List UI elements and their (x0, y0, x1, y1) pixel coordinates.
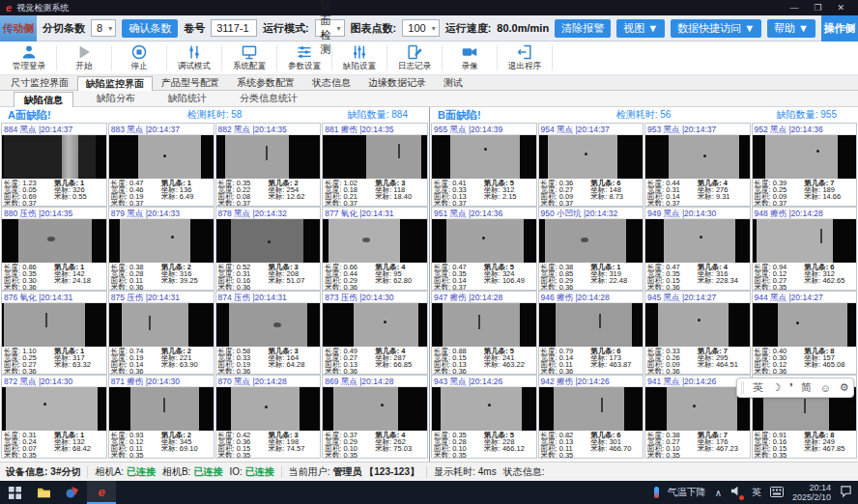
maximize-button[interactable]: ❐ (814, 3, 821, 13)
start-button[interactable] (0, 481, 29, 504)
defect-cell[interactable]: 879 黑点 |20:14:33 长度: 0.38宽度: 0.28面积: 0.1… (108, 207, 214, 291)
defect-cell[interactable]: 941 黑点 |20:14:26 长度: 0.38宽度: 0.27面积: 0.1… (644, 375, 751, 459)
subtab-defect-distribution[interactable]: 缺陷分布 (87, 91, 145, 106)
defect-thumbnail-image[interactable] (432, 387, 536, 431)
defect-thumbnail-image[interactable] (753, 303, 857, 347)
chart-points-select[interactable]: 100▾ (402, 19, 439, 37)
thermometer-icon[interactable] (654, 487, 659, 498)
debug-mode-button[interactable]: 调试模式 (169, 42, 219, 74)
defect-thumbnail-image[interactable] (323, 135, 427, 179)
view-menu-button[interactable]: 视图 ▼ (616, 19, 665, 38)
defect-thumbnail-image[interactable] (432, 219, 536, 263)
log-record-button[interactable]: 日志记录 (389, 42, 440, 74)
defect-cell[interactable]: 950 小凹坑 |20:14:32 长度: 0.38宽度: 0.85面积: 0.… (538, 207, 644, 291)
defect-thumbnail-image[interactable] (2, 387, 106, 431)
defect-cell[interactable]: 943 黑点 |20:14:26 长度: 0.35宽度: 0.28面积: 0.1… (431, 375, 537, 459)
defect-thumbnail-image[interactable] (2, 219, 106, 263)
defect-thumbnail-image[interactable] (539, 387, 644, 431)
active-app-button[interactable]: e (87, 481, 116, 504)
defect-cell[interactable]: 944 黑点 |20:14:27 长度: 0.40宽度: 0.30面积: 0.1… (752, 291, 858, 375)
tab-edge-data-record[interactable]: 边缘数据记录 (359, 75, 435, 90)
defect-thumbnail-image[interactable] (216, 387, 321, 431)
defect-cell[interactable]: 870 黑点 |20:14:28 长度: 0.42宽度: 0.36面积: 0.1… (215, 375, 322, 459)
defect-cell[interactable]: 883 黑点 |20:14:37 长度: 0.47宽度: 0.46面积: 0.1… (108, 123, 214, 207)
defect-cell[interactable]: 942 擦伤 |20:14:26 长度: 0.82宽度: 0.13面积: 0.1… (538, 375, 644, 459)
moon-icon[interactable]: ☽ (772, 381, 782, 394)
defect-thumbnail-image[interactable] (645, 219, 750, 263)
defect-settings-button[interactable]: 缺陷设置 (334, 42, 385, 74)
defect-thumbnail-image[interactable] (323, 387, 427, 431)
subtab-defect-statistics[interactable]: 缺陷统计 (158, 91, 216, 106)
defect-thumbnail-image[interactable] (109, 303, 214, 347)
defect-thumbnail-image[interactable] (645, 303, 750, 347)
gear-icon[interactable]: ⚙ (840, 381, 849, 394)
confirm-count-button[interactable]: 确认条数 (122, 19, 178, 38)
defect-cell[interactable]: 947 擦伤 |20:14:28 长度: 0.88宽度: 0.15面积: 0.1… (431, 291, 537, 375)
defect-cell[interactable]: 877 氧化 |20:14:31 长度: 0.66宽度: 0.44面积: 0.2… (322, 207, 428, 291)
clear-alarm-button[interactable]: 清除报警 (555, 19, 611, 38)
system-config-button[interactable]: 系统配置 (224, 42, 274, 74)
weather-text[interactable]: 气温下降 (668, 486, 706, 499)
tab-product-model-config[interactable]: 产品型号配置 (153, 75, 228, 90)
defect-cell[interactable]: 874 压伤 |20:14:31 长度: 0.58宽度: 0.33面积: 0.1… (215, 291, 322, 375)
admin-login-button[interactable]: 管理登录 (4, 42, 54, 74)
data-quick-access-menu-button[interactable]: 数据快捷访问 ▼ (671, 19, 761, 38)
defect-thumbnail-image[interactable] (109, 135, 214, 179)
subtab-class-info-statistics[interactable]: 分类信息统计 (230, 91, 307, 106)
defect-thumbnail-image[interactable] (2, 135, 106, 179)
defect-cell[interactable]: 882 黑点 |20:14:35 长度: 0.35宽度: 0.22面积: 0.0… (215, 123, 322, 207)
defect-thumbnail-image[interactable] (2, 303, 106, 347)
start-button[interactable]: 开始 (59, 42, 109, 74)
emoji-icon[interactable]: ☺ (820, 382, 831, 394)
ime-simplified-toggle[interactable]: 简 (801, 380, 812, 395)
taskbar-clock[interactable]: 20:14 2025/2/10 (792, 483, 831, 502)
defect-thumbnail-image[interactable] (539, 303, 644, 347)
defect-cell[interactable]: 945 黑点 |20:14:27 长度: 0.33宽度: 0.26面积: 0.0… (644, 291, 751, 375)
defect-cell[interactable]: 876 氧化 |20:14:31 长度: 1.10宽度: 0.25面积: 0.2… (1, 291, 107, 375)
defect-thumbnail-image[interactable] (539, 135, 644, 179)
ime-toolbar[interactable]: 英 ☽ ❜ 简 ☺ ⚙ (736, 378, 854, 398)
help-menu-button[interactable]: 帮助 ▼ (767, 19, 815, 38)
ime-drag-handle[interactable] (741, 381, 744, 394)
ime-language-indicator[interactable]: 英 (752, 486, 761, 499)
tray-expand-arrow[interactable]: ∧ (715, 488, 722, 498)
defect-thumbnail-image[interactable] (432, 303, 536, 347)
defect-thumbnail-image[interactable] (432, 135, 536, 179)
tab-status-info[interactable]: 状态信息 (303, 75, 359, 90)
defect-cell[interactable]: 949 黑点 |20:14:30 长度: 0.47宽度: 0.35面积: 0.1… (644, 207, 751, 291)
roll-number-input[interactable]: 3117-1 (211, 19, 257, 37)
defect-cell[interactable]: 951 黑点 |20:14:36 长度: 0.47宽度: 0.35面积: 0.1… (431, 207, 537, 291)
defect-thumbnail-image[interactable] (645, 387, 750, 431)
slit-count-select[interactable]: 8▾ (91, 19, 116, 37)
defect-thumbnail-image[interactable] (109, 219, 214, 263)
ime-english-toggle[interactable]: 英 (753, 380, 763, 395)
pinned-app-button[interactable] (58, 481, 87, 504)
tab-size-monitor[interactable]: 尺寸监控界面 (2, 75, 77, 90)
close-button[interactable]: ✕ (837, 3, 844, 13)
drive-side-tab[interactable]: 传动侧 (0, 15, 37, 42)
stop-button[interactable]: 停止 (114, 42, 164, 74)
defect-thumbnail-image[interactable] (753, 135, 857, 179)
speaker-icon[interactable] (730, 484, 743, 501)
tab-test[interactable]: 测试 (435, 75, 472, 90)
defect-cell[interactable]: 952 黑点 |20:14:36 长度: 0.39宽度: 0.25面积: 0.0… (752, 123, 858, 207)
ime-punctuation-toggle[interactable]: ❜ (789, 381, 793, 394)
operate-side-tab[interactable]: 操作侧 (821, 15, 858, 42)
defect-cell[interactable]: 955 黑点 |20:14:39 长度: 0.41宽度: 0.33面积: 0.1… (431, 123, 537, 207)
defect-thumbnail-image[interactable] (216, 303, 321, 347)
file-explorer-button[interactable] (29, 481, 58, 504)
defect-cell[interactable]: 881 擦伤 |20:14:35 长度: 1.02宽度: 0.18面积: 0.2… (322, 123, 428, 207)
tab-defect-monitor[interactable]: 缺陷监控界面 (77, 76, 153, 91)
defect-thumbnail-image[interactable] (216, 219, 321, 263)
defect-thumbnail-image[interactable] (753, 219, 857, 263)
subtab-defect-info[interactable]: 缺陷信息 (14, 92, 73, 107)
exit-program-button[interactable]: 退出程序 (500, 42, 550, 74)
defect-cell[interactable]: 884 黑点 |20:14:37 长度: 1.23宽度: 0.05面积: 0.6… (1, 123, 107, 207)
defect-thumbnail-image[interactable] (539, 219, 644, 263)
defect-cell[interactable]: 869 黑点 |20:14:28 长度: 0.37宽度: 0.29面积: 0.1… (322, 375, 428, 459)
parameter-settings-button[interactable]: 参数设置 (279, 42, 329, 74)
defect-thumbnail-image[interactable] (645, 135, 750, 179)
defect-cell[interactable]: 880 压伤 |20:14:35 长度: 0.86宽度: 0.35面积: 0.3… (1, 207, 107, 291)
tab-system-param-config[interactable]: 系统参数配置 (228, 75, 303, 90)
defect-thumbnail-image[interactable] (109, 387, 214, 431)
